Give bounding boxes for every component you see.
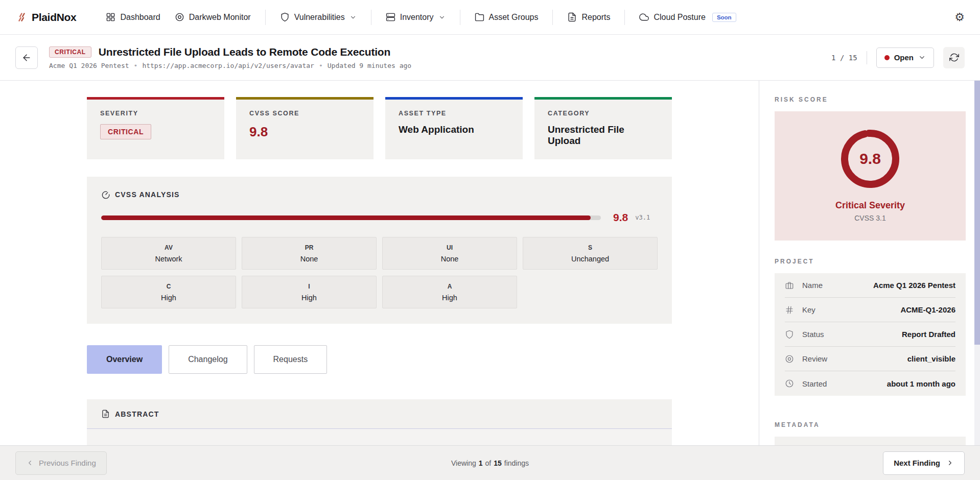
sidebar-scrollbar-thumb[interactable] xyxy=(974,81,980,345)
risk-score-value: 9.8 xyxy=(837,126,903,192)
nav-item-vulnerabilities[interactable]: Vulnerabilities xyxy=(280,12,357,22)
project-row-review: Review client_visible xyxy=(785,347,955,371)
chevron-right-icon xyxy=(946,459,954,467)
nav-item-dashboard[interactable]: Dashboard xyxy=(106,12,160,22)
nav-item-asset-groups[interactable]: Asset Groups xyxy=(475,12,539,22)
cvss-score-bar-fill xyxy=(101,215,591,220)
cvss-metrics: AV Network PR None UI None S Unchanged xyxy=(101,237,658,308)
back-button[interactable] xyxy=(15,46,38,69)
refresh-icon xyxy=(949,53,959,62)
cvss-bar-row: 9.8 v3.1 xyxy=(101,211,658,224)
viewing-current: 1 xyxy=(479,459,483,467)
brand-name: PlaidNox xyxy=(32,11,76,23)
breadcrumb-project: Acme Q1 2026 Pentest xyxy=(49,62,129,69)
project-label: PROJECT xyxy=(775,258,966,265)
metric-confidentiality: C High xyxy=(101,276,236,308)
project-card: Name Acme Q1 2026 Pentest Key ACME-Q1-20… xyxy=(775,273,966,396)
project-row-name: Name Acme Q1 2026 Pentest xyxy=(785,273,955,298)
tab-changelog[interactable]: Changelog xyxy=(169,345,247,374)
project-row-status: Status Report Drafted xyxy=(785,322,955,347)
top-nav: PlaidNox Dashboard Darkweb Monitor Vulne… xyxy=(0,0,980,35)
breadcrumb-updated: Updated 9 minutes ago xyxy=(328,62,411,69)
severity-card: SEVERITY CRITICAL xyxy=(87,97,224,159)
arrow-left-icon xyxy=(21,53,32,63)
eye-icon xyxy=(785,354,795,364)
folder-icon xyxy=(475,12,484,22)
status-label: Open xyxy=(894,53,914,62)
nav-item-inventory[interactable]: Inventory xyxy=(386,12,446,22)
dashboard-grid-icon xyxy=(106,12,115,22)
chevron-down-icon xyxy=(349,14,357,21)
asset-type-card: ASSET TYPE Web Application xyxy=(385,97,523,159)
document-icon xyxy=(101,410,110,418)
viewing-status: Viewing 1 of 15 findings xyxy=(451,459,529,467)
eye-target-icon xyxy=(175,12,184,22)
pagination-footer: Previous Finding Viewing 1 of 15 finding… xyxy=(0,445,980,480)
previous-finding-button[interactable]: Previous Finding xyxy=(15,451,107,475)
nav-right: ⚙ xyxy=(954,12,965,23)
hash-icon xyxy=(785,305,795,315)
header-right: 1 / 15 Open xyxy=(831,47,965,68)
document-icon xyxy=(567,12,577,22)
cvss-analysis-panel: CVSS ANALYSIS 9.8 v3.1 AV Network PR xyxy=(87,177,672,324)
main-area: SEVERITY CRITICAL CVSS SCORE 9.8 ASSET T… xyxy=(0,81,980,445)
nav-item-cloud-posture[interactable]: Cloud Posture Soon xyxy=(639,12,736,22)
briefcase-icon xyxy=(785,281,795,290)
metric-attack-vector: AV Network xyxy=(101,237,236,270)
refresh-button[interactable] xyxy=(943,47,965,68)
nav-separator xyxy=(624,10,625,25)
cvss-score-value: 9.8 xyxy=(249,124,360,140)
chevron-left-icon xyxy=(26,459,34,467)
cvss-bar-score: 9.8 xyxy=(613,211,628,224)
nav-separator xyxy=(371,10,371,25)
cvss-panel-title: CVSS ANALYSIS xyxy=(115,190,180,199)
project-row-key: Key ACME-Q1-2026 xyxy=(785,298,955,322)
plaidnox-logo-icon xyxy=(15,12,26,22)
metric-user-interaction: UI None xyxy=(382,237,517,270)
metric-scope: S Unchanged xyxy=(523,237,658,270)
metric-availability: A High xyxy=(382,276,517,308)
next-finding-button[interactable]: Next Finding xyxy=(883,451,965,475)
cloud-icon xyxy=(639,12,649,22)
app-window: PlaidNox Dashboard Darkweb Monitor Vulne… xyxy=(0,0,980,480)
tab-overview[interactable]: Overview xyxy=(87,345,162,374)
status-dot xyxy=(884,55,890,60)
critical-chip: CRITICAL xyxy=(100,124,151,139)
risk-cvss-version: CVSS 3.1 xyxy=(775,214,966,222)
nav-separator xyxy=(460,10,460,25)
soon-badge: Soon xyxy=(712,13,736,22)
gear-icon[interactable]: ⚙ xyxy=(954,12,965,23)
category-card: CATEGORY Unrestricted File Upload xyxy=(534,97,672,159)
nav-item-reports[interactable]: Reports xyxy=(567,12,610,22)
shield-icon xyxy=(280,12,290,22)
metadata-label: METADATA xyxy=(775,421,966,428)
header-text: CRITICAL Unrestricted File Upload Leads … xyxy=(49,46,411,69)
project-row-started: Started about 1 month ago xyxy=(785,371,955,396)
abstract-title: ABSTRACT xyxy=(115,410,159,418)
stat-cards-row: SEVERITY CRITICAL CVSS SCORE 9.8 ASSET T… xyxy=(87,97,672,159)
status-dropdown-button[interactable]: Open xyxy=(876,47,934,68)
cvss-score-bar xyxy=(101,215,601,220)
chevron-down-icon xyxy=(438,14,446,21)
cvss-version: v3.1 xyxy=(635,214,650,221)
tab-requests[interactable]: Requests xyxy=(254,345,328,374)
shield-icon xyxy=(785,330,795,339)
breadcrumb-url: https://app.acmecorp.io/api/v2/users/ava… xyxy=(142,62,314,69)
viewing-total: 15 xyxy=(494,459,502,467)
nav-separator xyxy=(265,10,266,25)
chevron-down-icon xyxy=(918,54,926,61)
category-value: Unrestricted File Upload xyxy=(548,124,659,147)
risk-score-card: 9.8 Critical Severity CVSS 3.1 xyxy=(775,111,966,241)
brand[interactable]: PlaidNox xyxy=(15,11,76,23)
breadcrumb: Acme Q1 2026 Pentest • https://app.acmec… xyxy=(49,62,411,69)
severity-badge: CRITICAL xyxy=(49,46,91,58)
detail-sidebar: RISK SCORE 9.8 Critical Severity CVSS 3.… xyxy=(759,81,980,445)
abstract-body xyxy=(87,429,672,445)
nav-item-darkweb-monitor[interactable]: Darkweb Monitor xyxy=(175,12,251,22)
server-icon xyxy=(386,12,395,22)
metric-privileges-required: PR None xyxy=(242,237,377,270)
risk-gauge: 9.8 xyxy=(837,126,903,192)
nav-items: Dashboard Darkweb Monitor Vulnerabilitie… xyxy=(106,10,736,25)
finding-header: CRITICAL Unrestricted File Upload Leads … xyxy=(0,35,980,81)
finding-content: SEVERITY CRITICAL CVSS SCORE 9.8 ASSET T… xyxy=(87,81,672,445)
